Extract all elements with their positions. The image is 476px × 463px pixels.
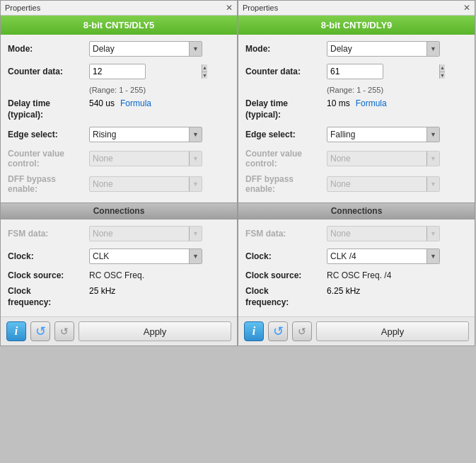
panel-2-bottom-bar: i ↺ ↺ Apply: [238, 316, 475, 345]
panel-2-dff-label: DFF bypassenable:: [245, 174, 327, 194]
panel-1-clock-label: Clock:: [8, 251, 89, 261]
panel-2-dff-arrow: ▼: [426, 176, 439, 192]
panel-2-delay-value: 10 ms Formula: [327, 98, 387, 108]
panel-1-dff-label: DFF bypassenable:: [8, 174, 89, 194]
panel-2-counter-down[interactable]: ▼: [440, 72, 445, 79]
panel-2-mode-row: Mode: Delay ▼: [245, 40, 468, 57]
panel-2-dff-row: DFF bypassenable: None ▼: [245, 174, 468, 194]
panel-2-fsm-value: None: [327, 227, 426, 240]
panel-2-header-bar: Properties ✕: [238, 1, 475, 16]
panel-1-fsm-label: FSM data:: [8, 229, 89, 239]
panel-1-counter-spinbox[interactable]: ▲ ▼: [89, 64, 146, 79]
panel-1-properties: Mode: Delay ▼ Counter data: ▲ ▼ (Range: …: [1, 35, 237, 202]
panel-2-apply-button[interactable]: Apply: [316, 321, 469, 341]
panel-2-clock-freq-row: Clockfrequency: 6.25 kHz: [245, 286, 468, 308]
panel-1-title: 8-bit CNT5/DLY5: [1, 16, 237, 35]
panel-2-edge-label: Edge select:: [245, 130, 327, 139]
panel-2-mode-arrow[interactable]: ▼: [426, 41, 439, 57]
panel-2-header-title: Properties: [243, 4, 278, 12]
panel-1-clock-arrow[interactable]: ▼: [189, 248, 202, 264]
panel-2-edge-row: Edge select: Falling ▼: [245, 126, 468, 143]
panel-1-dff-value: None: [90, 178, 189, 190]
panel-1-fsm-value: None: [90, 227, 189, 240]
panel-2-clock-value: CLK /4: [327, 250, 426, 263]
panel-2-counter-spinbox[interactable]: ▲ ▼: [327, 64, 383, 79]
panel-1-clock-row: Clock: CLK ▼: [8, 248, 230, 265]
panel-2-info-button[interactable]: i: [244, 321, 264, 341]
panel-1-counter-input[interactable]: [90, 64, 202, 79]
panel-1-dff-arrow: ▼: [189, 176, 202, 192]
panel-2-counter-label: Counter data:: [245, 67, 327, 76]
panel-1-clock-select[interactable]: CLK ▼: [89, 248, 202, 264]
panel-2-properties: Mode: Delay ▼ Counter data: ▲ ▼ (Range: …: [238, 35, 475, 202]
panel-1-mode-select[interactable]: Delay ▼: [89, 41, 202, 57]
panel-1-delay-row: Delay time(typical): 540 us Formula: [8, 98, 230, 120]
panel-1-mode-value: Delay: [90, 42, 189, 55]
panel-2-clock-select[interactable]: CLK /4 ▼: [327, 248, 440, 264]
panel-2-formula-link[interactable]: Formula: [356, 98, 387, 108]
panel-2-undo-button[interactable]: ↺: [268, 321, 288, 341]
panel-2-fsm-select: None ▼: [327, 226, 440, 241]
panel-2-reload-button[interactable]: ↺: [292, 321, 312, 341]
panel-2-clock-freq-value: 6.25 kHz: [327, 286, 360, 296]
panel-2-fsm-arrow: ▼: [426, 226, 439, 241]
panel-1-info-button[interactable]: i: [6, 321, 26, 341]
panel-2-delay-time: 10 ms: [327, 98, 350, 108]
panel-1-delay-time: 540 us: [89, 98, 115, 108]
panel-2-counter-input[interactable]: [327, 64, 439, 79]
panel-2-edge-arrow[interactable]: ▼: [426, 127, 439, 142]
panel-1-clock-value: CLK: [90, 250, 189, 263]
panel-1-edge-arrow[interactable]: ▼: [189, 127, 202, 142]
panel-2-clock-arrow[interactable]: ▼: [426, 248, 439, 264]
panel-1-dff-select: None ▼: [89, 176, 202, 192]
panel-2-cvc-arrow: ▼: [426, 151, 439, 166]
panel-2-delay-label: Delay time(typical):: [245, 98, 327, 120]
panel-1-edge-value: Rising: [90, 128, 189, 141]
panel-2-mode-select[interactable]: Delay ▼: [327, 41, 440, 57]
panel-2-title: 8-bit CNT9/DLY9: [238, 16, 475, 35]
panel-1-counter-down[interactable]: ▼: [202, 72, 207, 79]
panel-1-edge-row: Edge select: Rising ▼: [8, 126, 230, 143]
info-icon: i: [15, 325, 18, 338]
panel-2-fsm-label: FSM data:: [245, 229, 327, 239]
panel-2-delay-row: Delay time(typical): 10 ms Formula: [245, 98, 468, 120]
panel-1-counter-row: Counter data: ▲ ▼: [8, 63, 230, 80]
panel-1-cvc-label: Counter valuecontrol:: [8, 149, 89, 168]
panel-2-counter-row: Counter data: ▲ ▼: [245, 63, 468, 80]
info-icon-2: i: [252, 325, 255, 338]
panel-1-apply-button[interactable]: Apply: [79, 321, 231, 341]
panel-2-clock-label: Clock:: [245, 251, 327, 261]
panel-2: Properties ✕ 8-bit CNT9/DLY9 Mode: Delay…: [238, 0, 475, 346]
panel-2-counter-up[interactable]: ▲: [440, 64, 445, 72]
panel-1-connections: FSM data: None ▼ Clock: CLK ▼ Clock sour…: [1, 219, 237, 316]
panel-2-dff-select: None ▼: [327, 176, 440, 192]
panel-1-reload-button[interactable]: ↺: [54, 321, 74, 341]
panel-1-cvc-row: Counter valuecontrol: None ▼: [8, 149, 230, 168]
panel-1-clock-freq-label: Clockfrequency:: [8, 286, 89, 308]
panel-1-clock-source-row: Clock source: RC OSC Freq.: [8, 270, 230, 280]
panel-1-undo-button[interactable]: ↺: [30, 321, 50, 341]
panel-2-edge-select[interactable]: Falling ▼: [327, 127, 440, 142]
panel-1-close-button[interactable]: ✕: [226, 3, 233, 13]
panel-1-mode-arrow[interactable]: ▼: [189, 41, 202, 57]
panel-1-mode-label: Mode:: [8, 44, 89, 54]
panel-2-close-button[interactable]: ✕: [463, 3, 470, 13]
panel-1-range-text: (Range: 1 - 255): [89, 86, 230, 94]
panel-2-cvc-select: None ▼: [327, 151, 440, 166]
panel-2-cvc-row: Counter valuecontrol: None ▼: [245, 149, 468, 168]
panel-2-clock-source-row: Clock source: RC OSC Freq. /4: [245, 270, 468, 280]
panel-2-clock-row: Clock: CLK /4 ▼: [245, 248, 468, 265]
panel-1-clock-freq-value: 25 kHz: [89, 286, 115, 296]
panel-1-edge-select[interactable]: Rising ▼: [89, 127, 202, 142]
panel-1-fsm-row: FSM data: None ▼: [8, 225, 230, 242]
panel-1-formula-link[interactable]: Formula: [120, 98, 151, 108]
panel-1-cvc-value: None: [90, 152, 189, 165]
panel-2-clock-freq-label: Clockfrequency:: [245, 286, 327, 308]
panel-2-cvc-label: Counter valuecontrol:: [245, 149, 327, 168]
reload-icon-2: ↺: [298, 326, 306, 337]
panel-1-cvc-arrow: ▼: [189, 151, 202, 166]
panel-1-clock-freq-row: Clockfrequency: 25 kHz: [8, 286, 230, 308]
panel-1-counter-up[interactable]: ▲: [202, 64, 207, 72]
panel-2-mode-label: Mode:: [245, 44, 327, 54]
panel-1: Properties ✕ 8-bit CNT5/DLY5 Mode: Delay…: [0, 0, 238, 346]
